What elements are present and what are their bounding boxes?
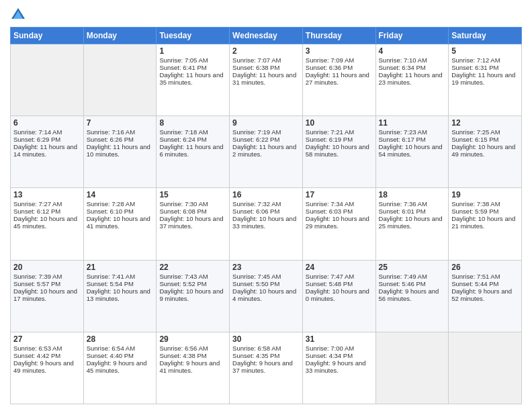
sunrise-text: Sunrise: 7:30 AM xyxy=(159,200,226,208)
calendar-cell: 28Sunrise: 6:54 AMSunset: 4:40 PMDayligh… xyxy=(83,332,157,404)
day-number: 15 xyxy=(159,190,226,199)
calendar-cell: 27Sunrise: 6:53 AMSunset: 4:42 PMDayligh… xyxy=(11,332,84,404)
sunset-text: Sunset: 5:46 PM xyxy=(379,280,446,287)
sunrise-text: Sunrise: 7:07 AM xyxy=(232,56,300,64)
day-number: 8 xyxy=(159,118,226,128)
daylight-text: Daylight: 11 hours and 27 minutes. xyxy=(306,71,373,86)
sunset-text: Sunset: 4:38 PM xyxy=(159,352,226,359)
day-number: 30 xyxy=(232,334,300,344)
calendar-cell xyxy=(11,44,84,116)
day-number: 24 xyxy=(306,263,373,272)
sunset-text: Sunset: 5:48 PM xyxy=(306,280,373,287)
day-number: 20 xyxy=(13,263,81,272)
day-number: 14 xyxy=(87,190,154,199)
sunrise-text: Sunrise: 7:34 AM xyxy=(306,200,373,208)
daylight-text: Daylight: 9 hours and 56 minutes. xyxy=(379,287,446,302)
sunset-text: Sunset: 6:24 PM xyxy=(159,136,226,143)
calendar-cell: 16Sunrise: 7:32 AMSunset: 6:06 PMDayligh… xyxy=(230,188,303,260)
day-number: 3 xyxy=(306,46,373,56)
weekday-header-row: SundayMondayTuesdayWednesdayThursdayFrid… xyxy=(11,28,522,44)
sunrise-text: Sunrise: 7:45 AM xyxy=(232,273,300,280)
calendar-week-row: 13Sunrise: 7:27 AMSunset: 6:12 PMDayligh… xyxy=(11,188,522,260)
calendar-cell xyxy=(375,332,449,404)
day-number: 21 xyxy=(87,263,154,272)
sunset-text: Sunset: 5:44 PM xyxy=(451,280,519,287)
daylight-text: Daylight: 10 hours and 21 minutes. xyxy=(451,215,519,230)
weekday-header: Sunday xyxy=(11,28,84,44)
daylight-text: Daylight: 9 hours and 33 minutes. xyxy=(306,359,373,374)
day-number: 16 xyxy=(232,190,300,199)
weekday-header: Monday xyxy=(83,28,157,44)
sunrise-text: Sunrise: 7:21 AM xyxy=(306,128,373,136)
daylight-text: Daylight: 11 hours and 31 minutes. xyxy=(232,71,300,86)
sunset-text: Sunset: 6:36 PM xyxy=(306,64,373,71)
day-number: 11 xyxy=(379,118,446,128)
sunrise-text: Sunrise: 7:36 AM xyxy=(379,200,446,208)
sunrise-text: Sunrise: 7:00 AM xyxy=(306,345,373,352)
calendar-cell: 7Sunrise: 7:16 AMSunset: 6:26 PMDaylight… xyxy=(83,116,157,188)
day-number: 17 xyxy=(306,190,373,199)
day-number: 29 xyxy=(159,334,226,344)
weekday-header: Tuesday xyxy=(157,28,230,44)
daylight-text: Daylight: 10 hours and 29 minutes. xyxy=(306,215,373,230)
daylight-text: Daylight: 11 hours and 10 minutes. xyxy=(87,143,154,158)
day-number: 26 xyxy=(451,263,519,272)
sunset-text: Sunset: 6:12 PM xyxy=(13,208,81,215)
daylight-text: Daylight: 10 hours and 25 minutes. xyxy=(379,215,446,230)
calendar-cell: 15Sunrise: 7:30 AMSunset: 6:08 PMDayligh… xyxy=(157,188,230,260)
daylight-text: Daylight: 9 hours and 45 minutes. xyxy=(87,359,154,374)
calendar-cell xyxy=(83,44,157,116)
day-number: 10 xyxy=(306,118,373,128)
calendar-table: SundayMondayTuesdayWednesdayThursdayFrid… xyxy=(10,27,522,404)
sunrise-text: Sunrise: 7:23 AM xyxy=(379,128,446,136)
calendar-cell: 22Sunrise: 7:43 AMSunset: 5:52 PMDayligh… xyxy=(157,260,230,332)
sunrise-text: Sunrise: 7:19 AM xyxy=(232,128,300,136)
sunrise-text: Sunrise: 7:14 AM xyxy=(13,128,81,136)
calendar-cell: 19Sunrise: 7:38 AMSunset: 5:59 PMDayligh… xyxy=(449,188,522,260)
day-number: 28 xyxy=(87,334,154,344)
header xyxy=(10,7,522,23)
day-number: 22 xyxy=(159,263,226,272)
calendar-cell: 4Sunrise: 7:10 AMSunset: 6:34 PMDaylight… xyxy=(375,44,449,116)
calendar-cell: 14Sunrise: 7:28 AMSunset: 6:10 PMDayligh… xyxy=(83,188,157,260)
daylight-text: Daylight: 10 hours and 4 minutes. xyxy=(232,287,300,302)
sunrise-text: Sunrise: 6:56 AM xyxy=(159,345,226,352)
sunset-text: Sunset: 6:38 PM xyxy=(232,64,300,71)
calendar-cell: 10Sunrise: 7:21 AMSunset: 6:19 PMDayligh… xyxy=(302,116,375,188)
sunset-text: Sunset: 5:52 PM xyxy=(159,280,226,287)
sunrise-text: Sunrise: 7:10 AM xyxy=(379,56,446,64)
day-number: 4 xyxy=(379,46,446,56)
calendar-cell: 20Sunrise: 7:39 AMSunset: 5:57 PMDayligh… xyxy=(11,260,84,332)
sunset-text: Sunset: 6:26 PM xyxy=(87,136,154,143)
daylight-text: Daylight: 10 hours and 9 minutes. xyxy=(159,287,226,302)
calendar-week-row: 1Sunrise: 7:05 AMSunset: 6:41 PMDaylight… xyxy=(11,44,522,116)
daylight-text: Daylight: 10 hours and 54 minutes. xyxy=(379,143,446,158)
sunrise-text: Sunrise: 7:12 AM xyxy=(451,56,519,64)
calendar-cell: 9Sunrise: 7:19 AMSunset: 6:22 PMDaylight… xyxy=(230,116,303,188)
sunset-text: Sunset: 6:17 PM xyxy=(379,136,446,143)
day-number: 23 xyxy=(232,263,300,272)
sunset-text: Sunset: 6:29 PM xyxy=(13,136,81,143)
calendar-cell: 5Sunrise: 7:12 AMSunset: 6:31 PMDaylight… xyxy=(449,44,522,116)
calendar-cell: 13Sunrise: 7:27 AMSunset: 6:12 PMDayligh… xyxy=(11,188,84,260)
sunrise-text: Sunrise: 7:43 AM xyxy=(159,273,226,280)
day-number: 25 xyxy=(379,263,446,272)
day-number: 19 xyxy=(451,190,519,199)
weekday-header: Thursday xyxy=(302,28,375,44)
calendar-cell: 8Sunrise: 7:18 AMSunset: 6:24 PMDaylight… xyxy=(157,116,230,188)
day-number: 7 xyxy=(87,118,154,128)
daylight-text: Daylight: 10 hours and 41 minutes. xyxy=(87,215,154,230)
calendar-cell: 2Sunrise: 7:07 AMSunset: 6:38 PMDaylight… xyxy=(230,44,303,116)
day-number: 5 xyxy=(451,46,519,56)
calendar-cell: 21Sunrise: 7:41 AMSunset: 5:54 PMDayligh… xyxy=(83,260,157,332)
calendar-cell: 26Sunrise: 7:51 AMSunset: 5:44 PMDayligh… xyxy=(449,260,522,332)
day-number: 18 xyxy=(379,190,446,199)
daylight-text: Daylight: 10 hours and 58 minutes. xyxy=(306,143,373,158)
logo-icon xyxy=(10,7,26,23)
sunset-text: Sunset: 6:06 PM xyxy=(232,208,300,215)
daylight-text: Daylight: 11 hours and 23 minutes. xyxy=(379,71,446,86)
sunrise-text: Sunrise: 7:25 AM xyxy=(451,128,519,136)
calendar-cell: 31Sunrise: 7:00 AMSunset: 4:34 PMDayligh… xyxy=(302,332,375,404)
calendar-cell: 23Sunrise: 7:45 AMSunset: 5:50 PMDayligh… xyxy=(230,260,303,332)
daylight-text: Daylight: 9 hours and 37 minutes. xyxy=(232,359,300,374)
